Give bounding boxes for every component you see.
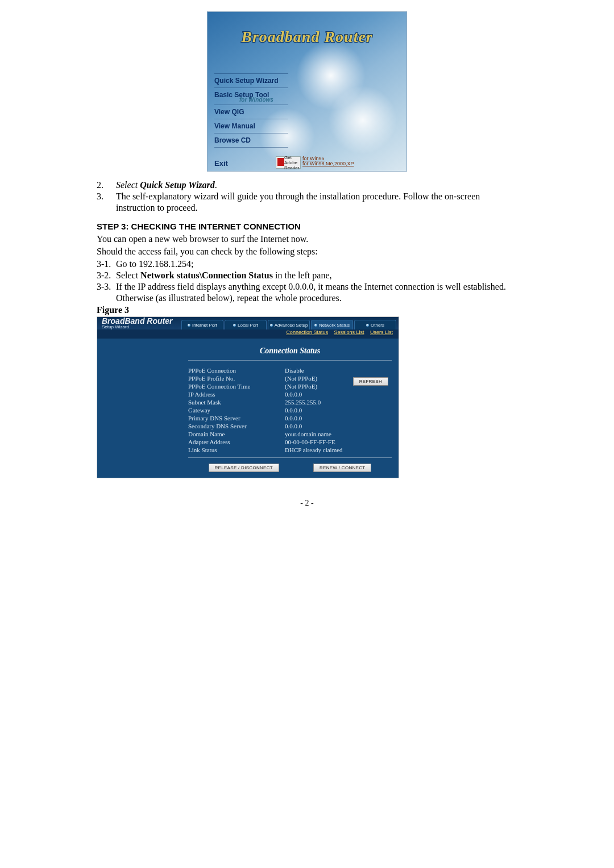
tab-dot-icon	[233, 324, 236, 327]
cd-autorun-window: Broadband Router Quick Setup Wizard Basi…	[207, 11, 407, 172]
tab-internet-port[interactable]: Internet Port	[181, 320, 223, 329]
table-row: Primary DNS Server0.0.0.0	[188, 414, 392, 422]
instruction-list-b: 3-1. Go to 192.168.1.254; 3-2. Select Ne…	[97, 258, 517, 304]
adobe-reader-icon: Get Adobe Reader	[276, 156, 301, 169]
table-row: Domain Nameyour.domain.name	[188, 430, 392, 438]
tab-dot-icon	[314, 324, 317, 327]
release-disconnect-button[interactable]: RELEASE / DISCONNECT	[209, 464, 279, 472]
menu-view-qig[interactable]: View QIG	[214, 105, 288, 119]
menu-view-manual[interactable]: View Manual	[214, 119, 288, 133]
adobe-link-win98[interactable]: for Win98,Me,2000,XP	[302, 161, 354, 166]
tab-dot-icon	[188, 324, 190, 327]
table-row: Gateway0.0.0.0	[188, 406, 392, 414]
router-body: Connection Status REFRESH PPPoE Connecti…	[97, 339, 399, 478]
step3-intro-1: You can open a new web browser to surf t…	[97, 233, 517, 245]
table-row: Adapter Address00-00-00-FF-FF-FE	[188, 438, 392, 446]
router-button-row: RELEASE / DISCONNECT RENEW / CONNECT	[188, 462, 392, 472]
tab-advanced-setup[interactable]: Advanced Setup	[268, 320, 310, 329]
sublink-users-list[interactable]: Users List	[370, 329, 393, 335]
menu-exit[interactable]: Exit	[214, 159, 228, 168]
tab-local-port[interactable]: Local Port	[225, 320, 267, 329]
router-topbar: BroadBand Router Setup Wizard Internet P…	[97, 317, 399, 329]
adobe-reader-block: Get Adobe Reader for Win95 for Win98,Me,…	[276, 156, 354, 169]
router-logo: BroadBand Router Setup Wizard	[97, 317, 181, 329]
table-row: Secondary DNS Server0.0.0.0	[188, 422, 392, 430]
list-item: 3-2. Select Network status\Connection St…	[97, 270, 517, 281]
refresh-button[interactable]: REFRESH	[353, 377, 388, 386]
router-tabs: Internet Port Local Port Advanced Setup …	[181, 317, 399, 329]
renew-connect-button[interactable]: RENEW / CONNECT	[313, 464, 372, 472]
step3-heading: STEP 3: CHECKING THE INTERNET CONNECTION	[97, 222, 517, 231]
list-item: 2. Select Quick Setup Wizard.	[97, 180, 517, 191]
cd-menu: Quick Setup Wizard Basic Setup Tool for …	[214, 73, 288, 148]
figure3-label: Figure 3	[97, 305, 517, 315]
step3-intro-2: Should the access fail, you can check by…	[97, 246, 517, 257]
connection-status-title: Connection Status	[188, 343, 392, 361]
tab-dot-icon	[270, 324, 273, 327]
list-item: 3-3. If the IP address field displays an…	[97, 281, 517, 304]
list-item: 3. The self-explanatory wizard will guid…	[97, 191, 517, 214]
menu-browse-cd[interactable]: Browse CD	[214, 133, 288, 147]
router-sublinks: Connection Status Sessions List Users Li…	[97, 329, 399, 339]
table-row: PPPoE ConnectionDisable	[188, 366, 392, 374]
table-row: IP Address0.0.0.0	[188, 390, 392, 398]
sublink-connection-status[interactable]: Connection Status	[286, 329, 328, 335]
table-row: Subnet Mask255.255.255.0	[188, 398, 392, 406]
cd-title: Broadband Router	[208, 28, 406, 46]
list-item: 3-1. Go to 192.168.1.254;	[97, 258, 517, 270]
tab-dot-icon	[366, 324, 369, 327]
sublink-sessions-list[interactable]: Sessions List	[334, 329, 364, 335]
tab-network-status[interactable]: Network Status	[311, 320, 353, 329]
page-number: - 2 -	[97, 499, 517, 508]
table-row: Link StatusDHCP already claimed	[188, 446, 392, 454]
menu-quick-setup[interactable]: Quick Setup Wizard	[214, 74, 288, 87]
instruction-list-a: 2. Select Quick Setup Wizard. 3. The sel…	[97, 180, 517, 214]
tab-others[interactable]: Others	[354, 320, 396, 329]
router-web-ui: BroadBand Router Setup Wizard Internet P…	[97, 316, 399, 478]
